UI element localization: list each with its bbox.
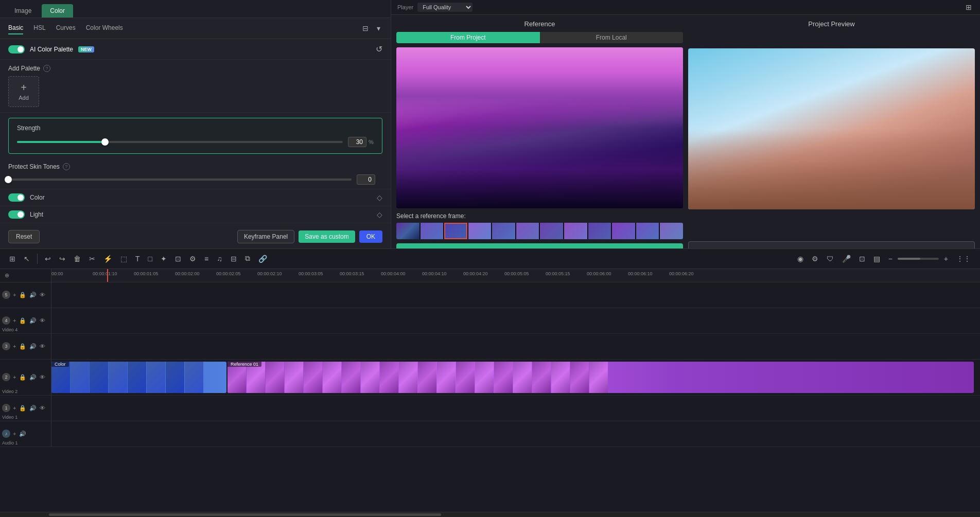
grid-icon[interactable]: ⊞ <box>964 2 974 12</box>
toolbar-subtitle2-icon[interactable]: ▤ <box>870 253 883 265</box>
protect-skin-help-icon[interactable]: ? <box>63 163 70 170</box>
help-icon[interactable]: ? <box>43 65 50 72</box>
track-1-lock-icon[interactable]: 🔒 <box>19 404 27 412</box>
zoom-slider[interactable] <box>898 258 939 260</box>
timeline-scrollbar[interactable] <box>0 512 980 517</box>
track-a1-add-icon[interactable]: + <box>12 430 16 437</box>
ai-palette-toggle[interactable] <box>8 45 25 54</box>
split-view-icon[interactable]: ⊟ <box>360 23 371 33</box>
sub-tab-curves[interactable]: Curves <box>56 22 76 34</box>
toolbar-zoom-out-icon[interactable]: − <box>885 253 896 265</box>
toolbar-cut-icon[interactable]: ✂ <box>86 253 98 265</box>
from-local-tab[interactable]: From Local <box>540 32 684 43</box>
keyframe-panel-button[interactable]: Keyframe Panel <box>237 230 294 243</box>
light-toggle[interactable] <box>8 210 25 219</box>
toolbar-redo-icon[interactable]: ↪ <box>56 253 68 265</box>
clip-color[interactable]: Color <box>51 362 226 393</box>
strength-slider-thumb[interactable] <box>101 138 109 146</box>
track-5-mute-icon[interactable]: 🔊 <box>29 291 37 299</box>
clip-reference[interactable]: Reference 01 <box>227 362 974 393</box>
tab-color[interactable]: Color <box>42 4 73 17</box>
frame-12[interactable] <box>660 223 683 239</box>
track-1-add-icon[interactable]: + <box>12 404 16 412</box>
track-5-add-icon[interactable]: + <box>12 291 16 298</box>
tab-image[interactable]: Image <box>6 4 40 17</box>
track-5-lock-icon[interactable]: 🔒 <box>19 291 27 299</box>
toolbar-select-icon[interactable]: ↖ <box>21 253 33 265</box>
track-4-add-icon[interactable]: + <box>12 317 16 324</box>
from-project-tab[interactable]: From Project <box>396 32 540 43</box>
track-1-eye-icon[interactable]: 👁 <box>39 404 46 412</box>
frame-7[interactable] <box>540 223 563 239</box>
refresh-icon[interactable]: ↺ <box>376 44 382 54</box>
protect-skin-thumb[interactable] <box>5 176 12 183</box>
toolbar-color-icon[interactable]: ⚙ <box>186 253 199 265</box>
toolbar-circle-icon[interactable]: ◉ <box>794 253 807 265</box>
toolbar-shape-icon[interactable]: □ <box>145 253 155 265</box>
quality-select[interactable]: Full Quality Half Quality Quarter Qualit… <box>417 3 472 12</box>
frame-1[interactable] <box>396 223 419 239</box>
sub-tab-hsl[interactable]: HSL <box>33 22 45 34</box>
sub-tab-basic[interactable]: Basic <box>8 22 23 34</box>
sub-tab-color-wheels[interactable]: Color Wheels <box>86 22 123 34</box>
toolbar-crop-icon[interactable]: ⬚ <box>117 253 130 265</box>
protect-skin-slider-track[interactable] <box>8 179 352 181</box>
toolbar-mic-icon[interactable]: 🎤 <box>839 253 854 265</box>
ok-button[interactable]: OK <box>359 230 382 243</box>
toolbar-shield-icon[interactable]: 🛡 <box>824 253 837 265</box>
toolbar-more-icon[interactable]: ⋮⋮ <box>953 253 974 265</box>
track-3-mute-icon[interactable]: 🔊 <box>29 343 37 350</box>
frame-10[interactable] <box>612 223 635 239</box>
track-3-eye-icon[interactable]: 👁 <box>39 343 46 350</box>
frame-11[interactable] <box>636 223 659 239</box>
track-3-add-icon[interactable]: + <box>12 343 16 350</box>
toolbar-zoom-in-icon[interactable]: + <box>941 253 951 265</box>
toolbar-audio-icon[interactable]: ♫ <box>214 253 225 265</box>
track-4-lock-icon[interactable]: 🔒 <box>19 317 27 325</box>
light-diamond-icon[interactable]: ◇ <box>377 210 382 219</box>
color-diamond-icon[interactable]: ◇ <box>377 193 382 202</box>
save-as-custom-button[interactable]: Save as custom <box>299 230 355 243</box>
frame-9[interactable] <box>588 223 611 239</box>
frame-5[interactable] <box>492 223 515 239</box>
track-4-eye-icon[interactable]: 👁 <box>39 317 46 324</box>
playhead[interactable] <box>107 269 108 282</box>
toolbar-grid-icon[interactable]: ⊞ <box>6 253 19 265</box>
frame-strip[interactable] <box>396 223 683 239</box>
toolbar-subtitle-icon[interactable]: ⊟ <box>227 253 240 265</box>
track-2-eye-icon[interactable]: 👁 <box>39 373 46 381</box>
track-a1-mute-icon[interactable]: 🔊 <box>19 430 27 438</box>
scrollbar-thumb[interactable] <box>49 513 441 516</box>
frame-6[interactable] <box>516 223 539 239</box>
toolbar-split-icon[interactable]: ⚡ <box>100 253 115 265</box>
toolbar-undo-icon[interactable]: ↩ <box>42 253 54 265</box>
toolbar-delete-icon[interactable]: 🗑 <box>71 253 84 265</box>
track-2-lock-icon[interactable]: 🔒 <box>19 373 27 381</box>
chevron-down-icon[interactable]: ▾ <box>375 23 382 33</box>
toolbar-caption-icon[interactable]: ⊡ <box>856 253 868 265</box>
snap-icon[interactable]: ⊕ <box>4 272 10 279</box>
toolbar-transition-icon[interactable]: ⊡ <box>172 253 184 265</box>
toolbar-adjust-icon[interactable]: ≡ <box>201 253 212 265</box>
frame-3[interactable] <box>444 223 467 239</box>
reset-button[interactable]: Reset <box>8 230 40 243</box>
track-4-mute-icon[interactable]: 🔊 <box>29 317 37 325</box>
track-1-mute-icon[interactable]: 🔊 <box>29 404 37 412</box>
track-5-eye-icon[interactable]: 👁 <box>39 291 46 298</box>
frame-8[interactable] <box>564 223 587 239</box>
add-palette-button[interactable]: + Add <box>8 76 39 107</box>
toolbar-settings-icon[interactable]: ⚙ <box>809 253 821 265</box>
protect-skin-value-input[interactable] <box>357 174 375 185</box>
timeline-ruler[interactable]: 00:00 00:00:01:10 00:00:01:05 00:00:02:0… <box>51 269 980 282</box>
toolbar-effect-icon[interactable]: ✦ <box>157 253 170 265</box>
toolbar-copy-icon[interactable]: ⧉ <box>242 252 253 265</box>
track-2-mute-icon[interactable]: 🔊 <box>29 373 37 381</box>
strength-value-input[interactable] <box>348 137 366 147</box>
color-toggle[interactable] <box>8 193 25 202</box>
frame-4[interactable] <box>468 223 492 239</box>
toolbar-text-icon[interactable]: T <box>132 253 143 265</box>
strength-slider-track[interactable] <box>17 141 343 143</box>
frame-2[interactable] <box>421 223 444 239</box>
track-3-lock-icon[interactable]: 🔒 <box>19 343 27 350</box>
toolbar-link-icon[interactable]: 🔗 <box>255 253 270 265</box>
